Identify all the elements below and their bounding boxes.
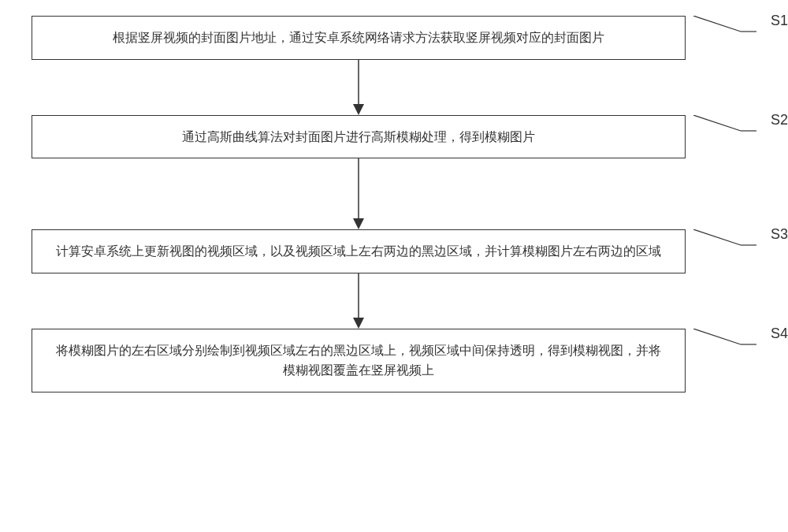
step-label-2: S2 bbox=[771, 112, 788, 128]
label-connector-1 bbox=[693, 16, 756, 33]
arrow-1-2 bbox=[32, 60, 686, 115]
step-box-3: 计算安卓系统上更新视图的视频区域，以及视频区域上左右两边的黑边区域，并计算模糊图… bbox=[32, 229, 686, 273]
svg-line-4 bbox=[693, 115, 741, 131]
step-label-3: S3 bbox=[771, 226, 788, 243]
arrow-2-3 bbox=[32, 158, 686, 229]
label-connector-3 bbox=[693, 229, 756, 247]
svg-marker-11 bbox=[353, 318, 364, 329]
arrow-3-4 bbox=[32, 273, 686, 329]
svg-line-12 bbox=[693, 329, 741, 344]
step-row-2: S2 通过高斯曲线算法对封面图片进行高斯模糊处理，得到模糊图片 bbox=[32, 115, 756, 159]
label-connector-4 bbox=[693, 329, 756, 346]
step-row-4: S4 将模糊图片的左右区域分别绘制到视频区域左右的黑边区域上，视频区域中间保持透… bbox=[32, 329, 756, 392]
step-row-3: S3 计算安卓系统上更新视图的视频区域，以及视频区域上左右两边的黑边区域，并计算… bbox=[32, 229, 756, 273]
step-box-1: 根据竖屏视频的封面图片地址，通过安卓系统网络请求方法获取竖屏视频对应的封面图片 bbox=[32, 16, 686, 60]
step-row-1: S1 根据竖屏视频的封面图片地址，通过安卓系统网络请求方法获取竖屏视频对应的封面… bbox=[32, 16, 756, 60]
svg-line-8 bbox=[693, 229, 741, 245]
step-box-4: 将模糊图片的左右区域分别绘制到视频区域左右的黑边区域上，视频区域中间保持透明，得… bbox=[32, 329, 686, 392]
step-box-2: 通过高斯曲线算法对封面图片进行高斯模糊处理，得到模糊图片 bbox=[32, 115, 686, 159]
svg-marker-3 bbox=[353, 104, 364, 115]
label-connector-2 bbox=[693, 115, 756, 132]
step-label-1: S1 bbox=[771, 13, 788, 29]
svg-marker-7 bbox=[353, 218, 364, 229]
step-label-4: S4 bbox=[771, 326, 788, 342]
flowchart-diagram: S1 根据竖屏视频的封面图片地址，通过安卓系统网络请求方法获取竖屏视频对应的封面… bbox=[32, 16, 756, 392]
svg-line-0 bbox=[693, 16, 741, 32]
